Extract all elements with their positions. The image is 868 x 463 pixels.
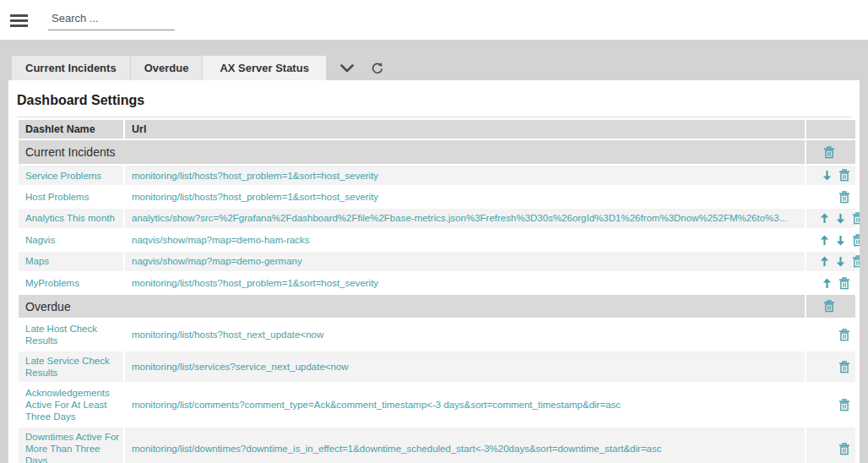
move-down-button[interactable]	[836, 213, 845, 224]
dashlet-row: Late Host Check Resultsmonitoring/list/h…	[19, 319, 855, 350]
delete-button[interactable]	[838, 169, 850, 182]
delete-button[interactable]	[838, 191, 850, 204]
move-down-button[interactable]	[822, 170, 832, 181]
delete-button[interactable]	[823, 146, 835, 159]
tab-overdue[interactable]: Overdue	[131, 56, 203, 80]
row-actions	[806, 140, 855, 164]
delete-button[interactable]	[852, 212, 860, 225]
dashlet-url-link[interactable]: monitoring/list/services?service_next_up…	[132, 362, 349, 372]
refresh-icon[interactable]	[371, 56, 384, 80]
dashlet-url-link[interactable]: monitoring/list/hosts?host_next_update<n…	[132, 330, 323, 340]
dashlet-name-link[interactable]: Late Service Check Results	[25, 356, 110, 378]
row-actions	[806, 428, 855, 463]
search-field-wrap	[48, 10, 175, 30]
dashlet-name-cell: Late Service Check Results	[19, 351, 123, 382]
dashlet-url-cell: monitoring/list/services?service_next_up…	[125, 351, 805, 382]
dashlet-row: MyProblemsmonitoring/list/hosts?host_pro…	[19, 273, 855, 292]
dashlet-url-link[interactable]: analytics/show?src=%2Fgrafana%2Fdashboar…	[132, 213, 787, 223]
move-down-button[interactable]	[836, 235, 845, 246]
row-actions	[806, 252, 855, 271]
row-actions	[806, 319, 855, 350]
row-actions	[806, 166, 855, 185]
column-header-actions	[806, 120, 855, 139]
dashlet-url-link[interactable]: monitoring/list/hosts?host_problem=1&sor…	[132, 192, 378, 202]
dashlet-row: Host Problemsmonitoring/list/hosts?host_…	[19, 187, 855, 206]
menu-icon[interactable]	[10, 14, 28, 27]
delete-button[interactable]	[838, 399, 850, 411]
arrow-down-icon	[822, 170, 832, 181]
dashlet-row: Service Problemsmonitoring/list/hosts?ho…	[19, 166, 855, 185]
dashlet-url-cell: naqvis/show/map?map=demo-ham-racks	[125, 230, 805, 249]
delete-button[interactable]	[838, 361, 850, 373]
section-row: Overdue	[19, 295, 855, 319]
row-actions	[806, 295, 855, 319]
section-title: Overdue	[19, 295, 805, 319]
top-bar	[0, 0, 868, 40]
dashlet-url-link[interactable]: monitoring/list/downtimes?downtime_is_in…	[132, 444, 662, 454]
arrow-up-icon	[820, 235, 829, 246]
trash-icon	[852, 255, 860, 268]
row-actions	[806, 351, 855, 382]
dashlet-url-link[interactable]: monitoring/list/hosts?host_problem=1&sor…	[132, 171, 378, 181]
move-up-button[interactable]	[820, 213, 829, 224]
delete-button[interactable]	[838, 277, 850, 290]
tab-bar: Current Incidents Overdue AX Server Stat…	[0, 40, 868, 80]
tab-current-incidents[interactable]: Current Incidents	[12, 56, 130, 80]
trash-icon	[823, 300, 835, 313]
dashlet-name-cell: Late Host Check Results	[19, 319, 123, 350]
dashlet-name-link[interactable]: Maps	[25, 256, 49, 266]
dashlet-table-body: Current IncidentsService Problemsmonitor…	[19, 140, 855, 463]
trash-icon	[838, 191, 850, 204]
row-actions	[806, 230, 855, 249]
row-actions	[806, 209, 855, 228]
dashlet-url-link[interactable]: naqvis/show/map?map=demo-ham-racks	[132, 235, 310, 245]
move-up-button[interactable]	[820, 235, 829, 246]
delete-button[interactable]	[852, 255, 860, 268]
dashlet-row: Acknowledgements Active For At Least Thr…	[19, 384, 855, 426]
dashlet-url-cell: analytics/show?src=%2Fgrafana%2Fdashboar…	[125, 209, 805, 228]
section-title: Current Incidents	[19, 140, 805, 164]
arrow-up-icon	[820, 256, 829, 267]
dashlet-url-cell: nagvis/show/map?map=demo-germany	[125, 252, 805, 271]
trash-icon	[838, 277, 850, 290]
move-up-button[interactable]	[820, 256, 829, 267]
dashlet-url-cell: monitoring/list/hosts?host_next_update<n…	[125, 319, 805, 350]
dashlet-name-link[interactable]: MyProblems	[25, 278, 79, 288]
move-up-button[interactable]	[822, 278, 832, 289]
dashlet-name-link[interactable]: Service Problems	[25, 171, 101, 181]
search-input[interactable]	[48, 10, 175, 30]
dashlet-name-link[interactable]: Late Host Check Results	[25, 324, 97, 346]
dashlet-url-link[interactable]: monitoring/list/hosts?host_problem=1&sor…	[132, 278, 378, 288]
dashlet-url-link[interactable]: monitoring/list/comments?comment_type=Ac…	[132, 400, 621, 410]
arrow-down-icon	[836, 213, 845, 224]
dashlet-name-cell: MyProblems	[19, 273, 123, 292]
column-header-url: Url	[125, 120, 805, 139]
column-header-dashlet-name: Dashlet Name	[19, 120, 123, 139]
delete-button[interactable]	[852, 234, 860, 247]
arrow-down-icon	[836, 235, 845, 246]
dashlet-name-cell: Nagvis	[19, 230, 123, 249]
chevron-down-icon[interactable]	[340, 56, 354, 80]
dashlet-name-cell: Acknowledgements Active For At Least Thr…	[19, 384, 123, 426]
delete-button[interactable]	[823, 300, 835, 313]
delete-button[interactable]	[838, 329, 850, 341]
dashlet-name-cell: Downtimes Active For More Than Three Day…	[19, 428, 123, 463]
row-actions	[806, 187, 855, 206]
dashlet-name-cell: Maps	[19, 252, 123, 271]
move-down-button[interactable]	[836, 256, 845, 267]
dashlet-name-link[interactable]: Host Problems	[25, 192, 89, 202]
delete-button[interactable]	[838, 443, 850, 455]
dashlet-name-link[interactable]: Acknowledgements Active For At Least Thr…	[25, 388, 110, 422]
dashlet-name-link[interactable]: Analytics This month	[25, 213, 115, 223]
dashlet-name-link[interactable]: Downtimes Active For More Than Three Day…	[25, 432, 119, 463]
row-actions	[806, 273, 855, 292]
trash-icon	[838, 399, 850, 411]
dashlet-table: Dashlet Name Url Current IncidentsServic…	[17, 118, 857, 463]
dashlet-url-link[interactable]: nagvis/show/map?map=demo-germany	[132, 256, 302, 266]
dashlet-row: Downtimes Active For More Than Three Day…	[19, 428, 855, 463]
tab-ax-server-status[interactable]: AX Server Status	[203, 56, 326, 80]
dashlet-row: Late Service Check Resultsmonitoring/lis…	[19, 351, 855, 382]
dashlet-name-link[interactable]: Nagvis	[25, 235, 55, 245]
dashlet-row: Analytics This monthanalytics/show?src=%…	[19, 209, 855, 228]
dashlet-row: Nagvisnaqvis/show/map?map=demo-ham-racks	[19, 230, 855, 249]
